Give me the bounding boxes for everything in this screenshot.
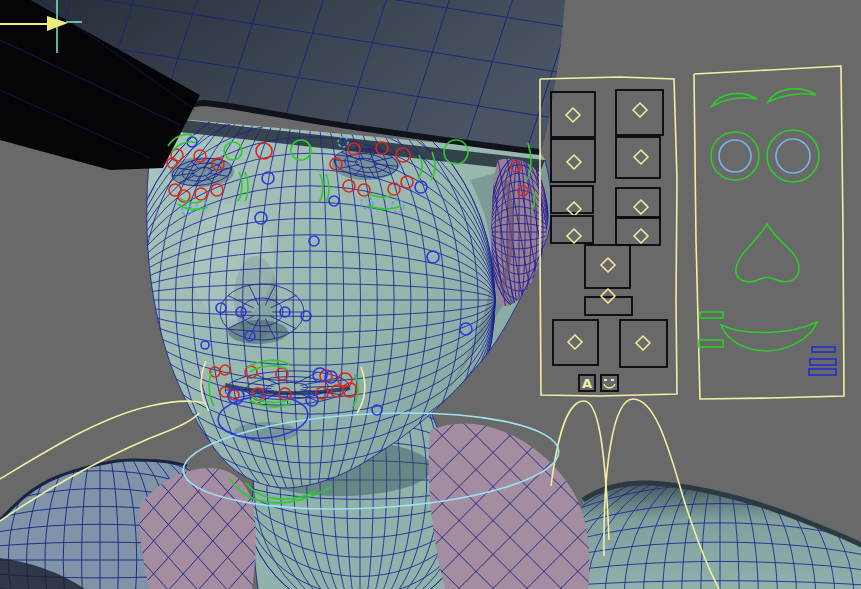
letter-a-glyph: A [582, 376, 592, 391]
scene-svg: A [0, 0, 861, 589]
smiley-eye [604, 379, 607, 381]
smiley-eye [611, 379, 614, 381]
viewport-3d: A [0, 0, 861, 589]
